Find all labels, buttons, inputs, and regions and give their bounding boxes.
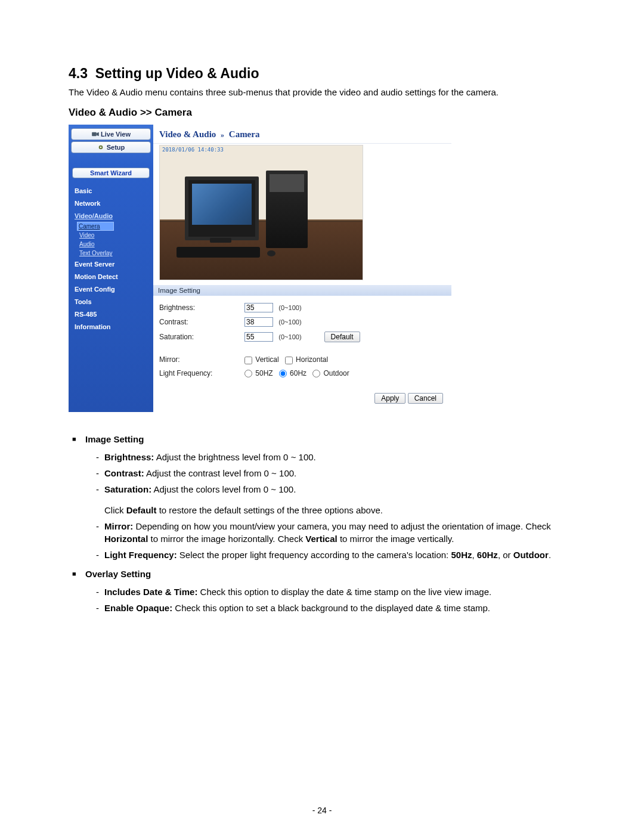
def-default-note: Click Default to restore the default set… [85, 502, 575, 518]
sidebar-item-tools[interactable]: Tools [71, 295, 151, 308]
mirror-label: Mirror: [159, 353, 244, 366]
light-50hz-label: 50HZ [255, 369, 273, 377]
breadcrumb: Video & Audio » Camera [153, 125, 451, 144]
def-mirror: Mirror: Depending on how you mount/view … [96, 518, 575, 547]
section-title: Setting up Video & Audio [95, 66, 259, 81]
light-60hz-radio[interactable] [279, 370, 287, 377]
sidebar-item-motion-detect[interactable]: Motion Detect [71, 270, 151, 283]
setup-button[interactable]: Setup [71, 141, 151, 153]
def-includes-datetime: Includes Date & Time: Check this option … [96, 584, 575, 600]
section-heading: 4.3 Setting up Video & Audio [69, 66, 575, 82]
sidebar-item-video-audio[interactable]: Video/Audio [71, 209, 151, 222]
breadcrumb-root: Video & Audio [159, 129, 216, 139]
light-outdoor-label: Outdoor [323, 369, 349, 377]
sidebar-item-rs485[interactable]: RS-485 [71, 308, 151, 320]
sidebar-item-network[interactable]: Network [71, 197, 151, 209]
image-setting-heading: Image Setting [85, 433, 575, 445]
intro-paragraph: The Video & Audio menu contains three su… [69, 86, 575, 98]
image-setting-header: Image Setting [153, 285, 451, 296]
mirror-vertical-checkbox[interactable] [244, 357, 252, 364]
definitions: Image Setting Brightness: Adjust the bri… [85, 433, 575, 616]
svg-marker-1 [97, 132, 99, 137]
def-saturation: Saturation: Adjust the colors level from… [96, 481, 575, 497]
document-page: 4.3 Setting up Video & Audio The Video &… [0, 0, 644, 833]
def-enable-opaque: Enable Opaque: Check this option to set … [96, 600, 575, 616]
section-number: 4.3 [69, 66, 88, 81]
sidebar-item-information[interactable]: Information [71, 320, 151, 333]
saturation-row: Saturation: (0~100) Default [159, 329, 365, 345]
overlay-setting-heading: Overlay Setting [85, 568, 575, 580]
camera-icon [91, 131, 98, 137]
setup-label: Setup [107, 144, 125, 151]
apply-button[interactable]: Apply [374, 393, 405, 404]
page-number: - 24 - [0, 806, 644, 815]
mirror-horizontal-label: Horizontal [296, 355, 328, 364]
sidebar-item-event-config[interactable]: Event Config [71, 283, 151, 295]
contrast-row: Contrast: (0~100) [159, 315, 365, 329]
brightness-input[interactable] [244, 303, 273, 312]
def-light-frequency: Light Frequency: Select the proper light… [96, 547, 575, 563]
brightness-label: Brightness: [159, 301, 244, 315]
contrast-input[interactable] [244, 317, 273, 327]
breadcrumb-leaf: Camera [229, 129, 260, 139]
gear-icon [97, 144, 104, 150]
live-view-button[interactable]: Live View [71, 128, 151, 140]
image-setting-list: Brightness: Adjust the brightness level … [85, 449, 575, 497]
live-view-label: Live View [101, 131, 131, 138]
def-contrast: Contrast: Adjust the contrast level from… [96, 465, 575, 481]
saturation-label: Saturation: [159, 329, 244, 345]
preview-monitor-icon [185, 176, 259, 240]
preview-keyboard-icon [177, 247, 260, 258]
brightness-row: Brightness: (0~100) [159, 301, 365, 315]
cancel-button[interactable]: Cancel [408, 393, 443, 404]
preview-timestamp: 2018/01/06 14:40:33 [162, 147, 224, 153]
sidebar-subitem-audio[interactable]: Audio [71, 240, 151, 249]
mirror-horizontal-checkbox[interactable] [285, 357, 293, 364]
default-button[interactable]: Default [324, 332, 360, 342]
action-row: Apply Cancel [153, 381, 451, 412]
light-frequency-row: Light Frequency: 50HZ 60Hz Outdoor [159, 367, 365, 380]
brightness-range: (0~100) [275, 304, 301, 311]
camera-ui-screenshot: Live View Setup Smart Wizard Basic Netwo… [69, 125, 451, 412]
overlay-setting-list: Includes Date & Time: Check this option … [85, 584, 575, 616]
light-outdoor-radio[interactable] [312, 370, 320, 377]
light-50hz-radio[interactable] [244, 370, 252, 377]
svg-rect-0 [92, 132, 97, 137]
smart-wizard-label: Smart Wizard [90, 169, 132, 176]
sidebar-item-event-server[interactable]: Event Server [71, 258, 151, 270]
saturation-range: (0~100) [275, 333, 301, 340]
sidebar-subitem-video[interactable]: Video [71, 231, 151, 240]
light-frequency-label: Light Frequency: [159, 367, 244, 380]
mirror-row: Mirror: Vertical Horizontal [159, 353, 365, 366]
image-setting-table: Brightness: (0~100) Contrast: (0~100) [159, 301, 365, 380]
sidebar-subitem-text-overlay[interactable]: Text Overlay [71, 249, 151, 258]
sidebar-item-basic[interactable]: Basic [71, 184, 151, 197]
light-60hz-label: 60Hz [290, 369, 306, 377]
saturation-input[interactable] [244, 332, 273, 342]
image-setting-list-2: Mirror: Depending on how you mount/view … [85, 518, 575, 563]
preview-tower-icon [266, 171, 308, 248]
contrast-label: Contrast: [159, 315, 244, 329]
sidebar-subitem-camera[interactable]: Camera [77, 222, 114, 231]
contrast-range: (0~100) [275, 318, 301, 326]
smart-wizard-button[interactable]: Smart Wizard [72, 168, 150, 178]
mirror-vertical-label: Vertical [255, 355, 278, 364]
subsection-heading: Video & Audio >> Camera [69, 107, 575, 119]
def-brightness: Brightness: Adjust the brightness level … [96, 449, 575, 465]
camera-preview-image: 2018/01/06 14:40:33 [159, 145, 363, 280]
svg-point-3 [100, 147, 101, 148]
settings-panel: Video & Audio » Camera 2018/01/06 14:40:… [153, 125, 451, 412]
sidebar: Live View Setup Smart Wizard Basic Netwo… [69, 125, 153, 412]
breadcrumb-separator: » [218, 131, 227, 139]
